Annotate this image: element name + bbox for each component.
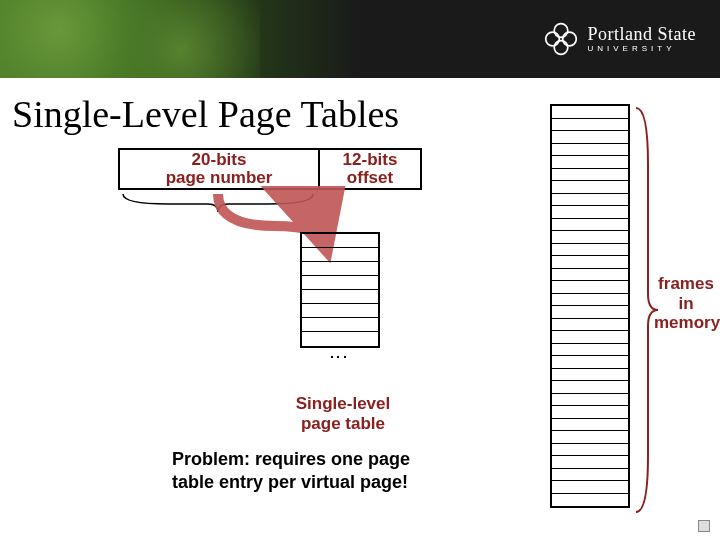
page-table-caption: Single-level page table: [288, 394, 398, 433]
page-table-row: [302, 318, 378, 332]
memory-frame-row: [552, 281, 628, 294]
memory-frame-row: [552, 119, 628, 132]
memory-frame-row: [552, 406, 628, 419]
page-table-row: [302, 304, 378, 318]
memory-frame-row: [552, 144, 628, 157]
memory-frame-row: [552, 231, 628, 244]
va-off-bits: 12-bits: [324, 150, 416, 170]
page-table-row: [302, 262, 378, 276]
header-banner: Portland State UNIVERSITY: [0, 0, 720, 78]
memory-frame-row: [552, 494, 628, 507]
memory-frame-row: [552, 381, 628, 394]
memory-frame-row: [552, 319, 628, 332]
va-page-number-cell: 20-bits page number: [120, 150, 320, 188]
page-table: [300, 232, 380, 348]
slide-thumbnail-icon: [698, 520, 710, 532]
va-off-label: offset: [324, 168, 416, 188]
pn-underbrace-icon: [118, 192, 318, 214]
vertical-ellipsis-icon: ⋮: [330, 348, 350, 364]
memory-frame-row: [552, 306, 628, 319]
page-table-row: [302, 332, 378, 346]
memory-frame-row: [552, 169, 628, 182]
memory-frame-row: [552, 481, 628, 494]
page-table-row: [302, 234, 378, 248]
memory-frame-row: [552, 194, 628, 207]
memory-frame-row: [552, 181, 628, 194]
psu-logo: Portland State UNIVERSITY: [544, 22, 697, 56]
memory-frame-row: [552, 444, 628, 457]
memory-frame-row: [552, 294, 628, 307]
memory-frame-row: [552, 269, 628, 282]
memory-frames: [550, 104, 630, 508]
memory-frame-row: [552, 219, 628, 232]
page-table-row: [302, 248, 378, 262]
virtual-address-box: 20-bits page number 12-bits offset: [118, 148, 422, 190]
memory-caption: frames in memory: [654, 274, 718, 333]
va-pn-label: page number: [124, 168, 314, 188]
memory-frame-row: [552, 156, 628, 169]
page-table-row: [302, 290, 378, 304]
memory-frame-row: [552, 456, 628, 469]
memory-frame-row: [552, 106, 628, 119]
svg-point-2: [554, 24, 568, 38]
memory-frame-row: [552, 244, 628, 257]
memory-frame-row: [552, 469, 628, 482]
memory-frame-row: [552, 131, 628, 144]
memory-frame-row: [552, 431, 628, 444]
va-offset-cell: 12-bits offset: [320, 150, 420, 188]
memory-frame-row: [552, 331, 628, 344]
memory-frame-row: [552, 256, 628, 269]
va-pn-bits: 20-bits: [124, 150, 314, 170]
brand-sub: UNIVERSITY: [588, 45, 697, 53]
page-table-row: [302, 276, 378, 290]
svg-point-0: [545, 32, 559, 46]
memory-frame-row: [552, 344, 628, 357]
memory-frame-row: [552, 419, 628, 432]
memory-frame-row: [552, 369, 628, 382]
brand-name: Portland State: [588, 25, 697, 43]
problem-text: Problem: requires one page table entry p…: [172, 448, 410, 493]
memory-frame-row: [552, 356, 628, 369]
psu-seal-icon: [544, 22, 578, 56]
page-title: Single-Level Page Tables: [12, 92, 399, 136]
memory-frame-row: [552, 206, 628, 219]
svg-point-3: [554, 41, 568, 55]
memory-frame-row: [552, 394, 628, 407]
svg-point-1: [562, 32, 576, 46]
